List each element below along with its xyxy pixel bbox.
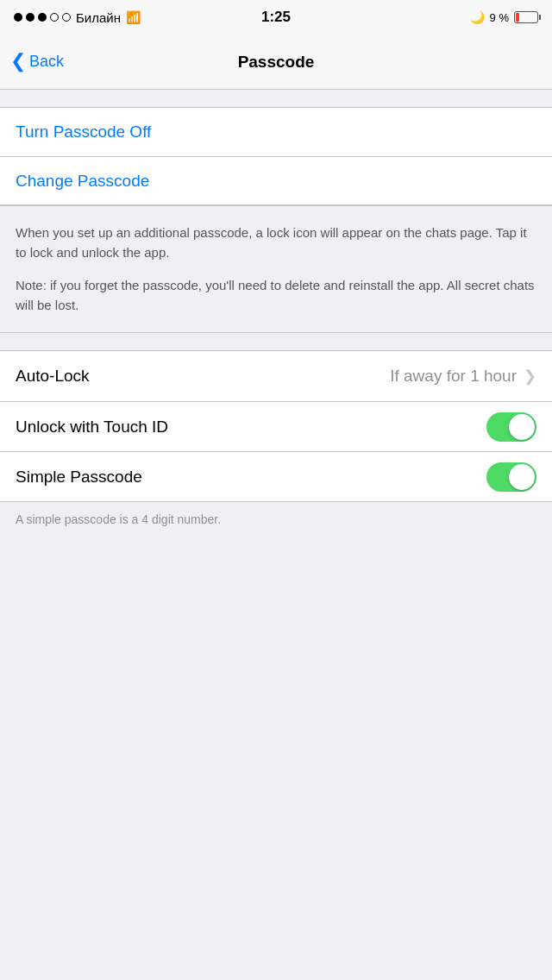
touchid-row: Unlock with Touch ID: [0, 401, 552, 451]
dot-4: [50, 13, 59, 22]
moon-icon: 🌙: [470, 10, 485, 24]
simple-passcode-label: Simple Passcode: [16, 468, 486, 487]
touchid-toggle-knob: [509, 414, 535, 440]
change-passcode-label: Change Passcode: [16, 172, 149, 191]
status-time: 1:25: [261, 9, 291, 26]
simple-passcode-toggle[interactable]: [486, 462, 536, 492]
carrier-name: Билайн: [76, 10, 121, 25]
autolock-label: Auto-Lock: [16, 367, 390, 386]
battery-icon: [514, 11, 538, 23]
autolock-value: If away for 1 hour: [390, 367, 517, 386]
signal-dots: [14, 13, 71, 22]
back-button[interactable]: ❮ Back: [10, 52, 64, 72]
description-block: When you set up an additional passcode, …: [0, 205, 552, 333]
description-paragraph-1: When you set up an additional passcode, …: [16, 223, 536, 262]
page-title: Passcode: [238, 53, 315, 72]
turn-passcode-off-label: Turn Passcode Off: [16, 122, 151, 141]
battery-percent: 9 %: [490, 11, 509, 24]
status-right: 🌙 9 %: [470, 10, 538, 24]
simple-passcode-row: Simple Passcode: [0, 451, 552, 501]
passcode-actions-section: Turn Passcode Off Change Passcode: [0, 107, 552, 205]
battery-fill: [516, 13, 519, 22]
autolock-row[interactable]: Auto-Lock If away for 1 hour ❯: [0, 351, 552, 401]
dot-2: [26, 13, 34, 22]
touchid-toggle[interactable]: [486, 412, 536, 442]
status-bar: Билайн 📶 1:25 🌙 9 %: [0, 0, 552, 35]
status-left: Билайн 📶: [14, 10, 141, 25]
autolock-chevron-icon: ❯: [524, 367, 536, 386]
settings-section: Auto-Lock If away for 1 hour ❯ Unlock wi…: [0, 350, 552, 502]
dot-1: [14, 13, 22, 22]
wifi-icon: 📶: [126, 10, 141, 24]
touchid-label: Unlock with Touch ID: [16, 418, 486, 437]
simple-passcode-toggle-knob: [509, 464, 535, 490]
nav-bar: ❮ Back Passcode: [0, 35, 552, 90]
description-text: When you set up an additional passcode, …: [16, 223, 536, 315]
footer-note: A simple passcode is a 4 digit number.: [0, 502, 552, 537]
back-chevron-icon: ❮: [10, 50, 26, 72]
change-passcode-button[interactable]: Change Passcode: [0, 156, 552, 204]
description-paragraph-2: Note: if you forget the passcode, you'll…: [16, 276, 536, 315]
content-area: Turn Passcode Off Change Passcode When y…: [0, 90, 552, 537]
dot-3: [38, 13, 47, 22]
dot-5: [62, 13, 71, 22]
back-label: Back: [29, 53, 64, 71]
turn-passcode-off-button[interactable]: Turn Passcode Off: [0, 108, 552, 156]
